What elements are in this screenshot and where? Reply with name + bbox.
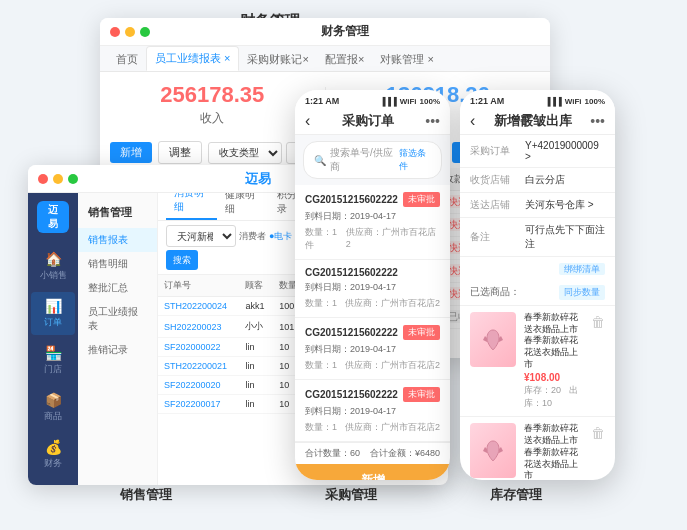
order-footer: 数量：1 供应商：广州市百花店2 bbox=[305, 359, 440, 372]
submenu-item-report[interactable]: 销售报表 bbox=[78, 228, 157, 252]
sales-tab-health[interactable]: 健康明细 bbox=[217, 193, 268, 220]
purchase-add-button[interactable]: 新增 bbox=[295, 464, 450, 480]
maximize-dot[interactable] bbox=[140, 27, 150, 37]
purchase-search: 🔍 搜索单号/供应商 筛选条件 bbox=[295, 135, 450, 185]
product-name: 春季新款碎花送衣婚品上市春季新款碎花花送衣婚品上市 bbox=[524, 423, 583, 480]
submenu-item-batch[interactable]: 整批汇总 bbox=[78, 276, 157, 300]
add-button[interactable]: 新增 bbox=[110, 142, 152, 163]
order-date: 到料日期：2019-04-17 bbox=[305, 343, 440, 356]
nav-item-goods[interactable]: 📦 商品 bbox=[31, 386, 75, 429]
purchase-time: 1:21 AM bbox=[305, 96, 339, 106]
finance-nav-icon: 💰 bbox=[45, 439, 62, 455]
order-footer: 数量：1 供应商：广州市百花店2 bbox=[305, 297, 440, 310]
purchase-title: 采购订单 bbox=[310, 112, 425, 130]
tab-purchase[interactable]: 采购财账记× bbox=[239, 48, 316, 71]
inventory-field[interactable]: 采购订单 Y+42019000009 > bbox=[460, 135, 615, 168]
tab-account[interactable]: 对账管理 × bbox=[372, 48, 441, 71]
income-label: 收入 bbox=[120, 110, 305, 127]
caption-sales: 销售管理 bbox=[120, 486, 172, 504]
signal-icon: ▐▐▐ bbox=[380, 97, 397, 106]
order-qty: 数量：1 bbox=[305, 297, 337, 310]
minimize-dot[interactable] bbox=[125, 27, 135, 37]
product-info: 春季新款碎花送衣婚品上市春季新款碎花花送衣婚品上市 ¥108.00 库存：20 … bbox=[524, 423, 583, 480]
close-dot[interactable] bbox=[110, 27, 120, 37]
sales-tab-consume[interactable]: 消费明细 bbox=[166, 193, 217, 220]
nav-item-store[interactable]: 🏪 门店 bbox=[31, 339, 75, 382]
inv-battery-icon: 100% bbox=[585, 97, 605, 106]
order-qty: 数量：1 bbox=[305, 421, 337, 434]
purchase-filter-btn[interactable]: 筛选条件 bbox=[399, 147, 431, 173]
inventory-statusbar: 1:21 AM ▐▐▐ WiFi 100% bbox=[460, 90, 615, 108]
nav-item-order[interactable]: 📊 订单 bbox=[31, 292, 75, 335]
purchase-status-icons: ▐▐▐ WiFi 100% bbox=[380, 97, 440, 106]
filter-electric[interactable]: ●电卡 bbox=[269, 230, 292, 243]
field-value: 可行点先下下面注注 bbox=[525, 223, 605, 251]
nav-logo: 迈易 bbox=[37, 201, 69, 233]
submenu-item-promo[interactable]: 推销记录 bbox=[78, 338, 157, 362]
purchase-statusbar: 1:21 AM ▐▐▐ WiFi 100% bbox=[295, 90, 450, 108]
sales-cell: lin bbox=[239, 376, 273, 395]
order-supplier: 供应商：广州市百花店2 bbox=[345, 421, 440, 434]
product-image bbox=[470, 423, 516, 478]
nav-label-order: 订单 bbox=[44, 316, 62, 329]
product-image bbox=[470, 312, 516, 367]
order-footer: 数量：1 供应商：广州市百花店2 bbox=[305, 421, 440, 434]
field-label: 采购订单 bbox=[470, 144, 525, 158]
sales-cell: lin bbox=[239, 357, 273, 376]
type-filter[interactable]: 收支类型 bbox=[208, 142, 282, 164]
order-date: 到料日期：2019-04-17 bbox=[305, 405, 440, 418]
order-no: CG20151215602222 bbox=[305, 194, 398, 205]
order-supplier: 供应商：广州市百花店2 bbox=[345, 297, 440, 310]
order-item[interactable]: CG20151215602222 到料日期：2019-04-17 数量：1 供应… bbox=[295, 260, 450, 318]
nav-item-sales[interactable]: 🏠 小销售 bbox=[31, 245, 75, 288]
inventory-more-icon[interactable]: ••• bbox=[590, 113, 605, 129]
sales-cell: STH202200024 bbox=[158, 297, 239, 316]
nav-item-finance[interactable]: 💰 财务 bbox=[31, 433, 75, 476]
inventory-link-wrap: 绑绑清单 bbox=[460, 257, 615, 280]
order-item[interactable]: CG20151215602222 未审批 到料日期：2019-04-17 数量：… bbox=[295, 380, 450, 442]
sales-min-dot[interactable] bbox=[53, 174, 63, 184]
sales-submenu: 销售管理 销售报表 销售明细 整批汇总 员工业绩报表 推销记录 bbox=[78, 193, 158, 485]
store-filter[interactable]: 天河新概念店 bbox=[166, 225, 236, 247]
purchase-search-box[interactable]: 🔍 搜索单号/供应商 筛选条件 bbox=[303, 141, 442, 179]
home-icon: 🏠 bbox=[45, 251, 62, 267]
nav-label-sales: 小销售 bbox=[40, 269, 67, 282]
sales-nav: 迈易 🏠 小销售 📊 订单 🏪 门店 📦 商品 � bbox=[28, 193, 78, 485]
order-no: CG20151215602222 bbox=[305, 389, 398, 400]
inventory-link-btn[interactable]: 绑绑清单 bbox=[559, 263, 605, 275]
field-value: 关河东号仓库 > bbox=[525, 198, 605, 212]
inventory-field[interactable]: 备注 可行点先下下面注注 bbox=[460, 218, 615, 257]
sales-close-dot[interactable] bbox=[38, 174, 48, 184]
submenu-item-employee[interactable]: 员工业绩报表 bbox=[78, 300, 157, 338]
purchase-totals: 合计数量：60 合计金额：¥6480 bbox=[295, 442, 450, 464]
tab-employee[interactable]: 员工业绩报表 × bbox=[146, 46, 239, 71]
inventory-field[interactable]: 收货店铺 白云分店 bbox=[460, 168, 615, 193]
submenu-item-detail[interactable]: 销售明细 bbox=[78, 252, 157, 276]
order-icon: 📊 bbox=[45, 298, 62, 314]
sales-cell: lin bbox=[239, 395, 273, 414]
inventory-title: 新增霰皱出库 bbox=[475, 112, 590, 130]
finance-title: 财务管理 bbox=[150, 23, 540, 40]
purchase-more-icon[interactable]: ••• bbox=[425, 113, 440, 129]
product-delete-icon[interactable]: 🗑 bbox=[591, 425, 605, 441]
scene-container: 财务管理 首页 员工业绩报表 × 采购财账记× 配置报× 对账管理 × 2561… bbox=[0, 0, 687, 530]
purchase-total-amount: 合计金额：¥6480 bbox=[370, 447, 440, 460]
product-delete-icon[interactable]: 🗑 bbox=[591, 314, 605, 330]
sales-cell: SH202200023 bbox=[158, 316, 239, 338]
order-item[interactable]: CG20151215602222 未审批 到料日期：2019-04-17 数量：… bbox=[295, 318, 450, 380]
field-value: Y+42019000009 > bbox=[525, 140, 605, 162]
sync-btn[interactable]: 同步数量 bbox=[559, 285, 605, 300]
col-order-no: 订单号 bbox=[158, 275, 239, 297]
tab-home[interactable]: 首页 bbox=[108, 48, 146, 71]
inv-signal-icon: ▐▐▐ bbox=[545, 97, 562, 106]
sales-search-button[interactable]: 搜索 bbox=[166, 250, 198, 270]
order-item[interactable]: CG20151215602222 未审批 到料日期：2019-04-17 数量：… bbox=[295, 185, 450, 260]
tab-config[interactable]: 配置报× bbox=[317, 48, 372, 71]
inventory-field[interactable]: 送达店铺 关河东号仓库 > bbox=[460, 193, 615, 218]
edit-button[interactable]: 调整 bbox=[158, 141, 202, 164]
order-qty: 数量：1件 bbox=[305, 226, 346, 252]
order-header: CG20151215602222 未审批 bbox=[305, 192, 440, 207]
purchase-total-count: 合计数量：60 bbox=[305, 447, 360, 460]
sales-max-dot[interactable] bbox=[68, 174, 78, 184]
inventory-products: 春季新款碎花送衣婚品上市春季新款碎花花送衣婚品上市 ¥108.00 库存：20 … bbox=[460, 306, 615, 480]
